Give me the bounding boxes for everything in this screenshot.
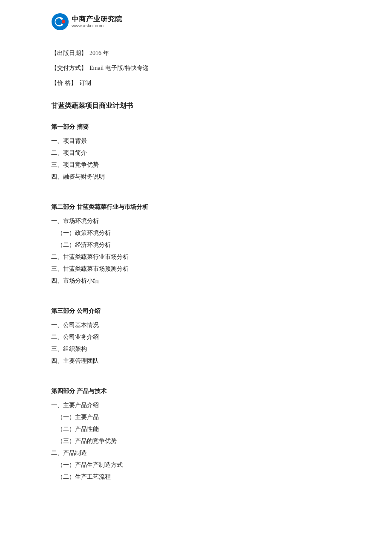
toc-part4-item-3: （二）产品性能: [51, 423, 341, 435]
header: 中商产业研究院 www.askci.com: [51, 13, 341, 31]
price-value: 订制: [79, 78, 91, 88]
toc-part2-item-5: 三、甘蓝类蔬菜市场预测分析: [51, 263, 341, 275]
toc-part3-item-3: 三、组织架构: [51, 343, 341, 355]
toc-part1-item-3: 三、项目竞争优势: [51, 159, 341, 171]
delivery-label: 【交付方式】: [51, 63, 87, 73]
toc-part1-header: 第一部分 摘要: [51, 123, 341, 131]
toc-part2-item-6: 四、市场分析小结: [51, 275, 341, 287]
logo-icon: [51, 13, 69, 31]
toc-part4-item-5: 二、产品制造: [51, 447, 341, 459]
doc-title: 甘蓝类蔬菜项目商业计划书: [51, 101, 341, 110]
toc-part3-header: 第三部分 公司介绍: [51, 307, 341, 315]
svg-point-0: [52, 13, 69, 30]
info-section: 【出版日期】 2016 年 【交付方式】 Email 电子版/特快专递 【价 格…: [51, 48, 341, 89]
toc-part2-item-4: 二、甘蓝类蔬菜行业市场分析: [51, 251, 341, 263]
publish-date-label: 【出版日期】: [51, 48, 87, 58]
toc-part2-header: 第二部分 甘蓝类蔬菜行业与市场分析: [51, 203, 341, 211]
logo-container: 中商产业研究院 www.askci.com: [51, 13, 122, 31]
toc-part1-item-4: 四、融资与财务说明: [51, 171, 341, 183]
logo-text-block: 中商产业研究院 www.askci.com: [72, 15, 122, 29]
toc-part3-item-2: 二、公司业务介绍: [51, 331, 341, 343]
toc-part1-item-1: 一、项目背景: [51, 135, 341, 147]
toc-part4-item-4: （三）产品的竞争优势: [51, 435, 341, 447]
toc-part4-item-7: （二）生产工艺流程: [51, 471, 341, 483]
delivery-value: Email 电子版/特快专递: [89, 63, 149, 73]
toc-part2-item-2: （一）政策环境分析: [51, 227, 341, 239]
toc-part2-item-3: （二）经济环境分析: [51, 239, 341, 251]
price-row: 【价 格】 订制: [51, 78, 341, 88]
toc-part1: 第一部分 摘要 一、项目背景 二、项目简介 三、项目竞争优势 四、融资与财务说明: [51, 123, 341, 183]
price-label: 【价 格】: [51, 78, 77, 88]
toc-part3-item-1: 一、公司基本情况: [51, 319, 341, 331]
publish-date-row: 【出版日期】 2016 年: [51, 48, 341, 58]
publish-date-value: 2016 年: [89, 48, 109, 58]
toc-part2-item-1: 一、市场环境分析: [51, 215, 341, 227]
toc-part4-item-6: （一）产品生产制造方式: [51, 459, 341, 471]
logo-sub-text: www.askci.com: [72, 23, 122, 29]
toc-part3: 第三部分 公司介绍 一、公司基本情况 二、公司业务介绍 三、组织架构 四、主要管…: [51, 307, 341, 367]
delivery-row: 【交付方式】 Email 电子版/特快专递: [51, 63, 341, 73]
toc-part4-item-1: 一、主要产品介绍: [51, 399, 341, 411]
toc-part1-item-2: 二、项目简介: [51, 147, 341, 159]
toc-part3-item-4: 四、主要管理团队: [51, 355, 341, 367]
svg-point-1: [62, 20, 65, 23]
toc-part4-item-2: （一）主要产品: [51, 411, 341, 423]
toc-part2: 第二部分 甘蓝类蔬菜行业与市场分析 一、市场环境分析 （一）政策环境分析 （二）…: [51, 203, 341, 287]
toc-part4-header: 第四部分 产品与技术: [51, 387, 341, 395]
toc-part4: 第四部分 产品与技术 一、主要产品介绍 （一）主要产品 （二）产品性能 （三）产…: [51, 387, 341, 483]
logo-main-text: 中商产业研究院: [72, 15, 122, 23]
